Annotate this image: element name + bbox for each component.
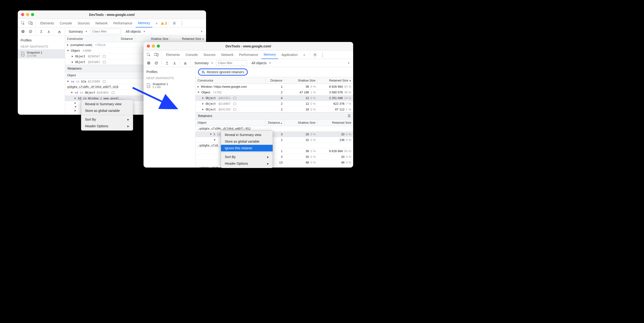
svg-line-7: [30, 31, 32, 33]
menu-lines-icon[interactable]: ☰: [348, 114, 351, 118]
table-row[interactable]: ,qddgKe,sTsDMc,dtl0hd,eHDfl:952: [196, 126, 353, 132]
tab-bar: Elements Console Sources Network Perform…: [144, 51, 353, 59]
snapshot-item[interactable]: Snapshot 1 13.6 MB: [18, 49, 65, 59]
element-icon: [103, 80, 106, 83]
table-row[interactable]: 13 480 % 480 %: [196, 160, 353, 165]
tab-memory[interactable]: Memory: [262, 51, 278, 59]
snapshot-name: Snapshot 1: [152, 82, 168, 86]
clear-icon[interactable]: [153, 60, 160, 66]
context-menu-left: Reveal in Summary view Store as global v…: [81, 100, 133, 131]
col-constructor[interactable]: Constructor: [65, 36, 114, 42]
table-row[interactable]: Window / https://www.google.com 1 360 % …: [196, 84, 353, 90]
col-distance[interactable]: Distance: [266, 77, 284, 84]
tab-elements[interactable]: Elements: [164, 51, 182, 59]
view-dropdown[interactable]: Summary: [192, 61, 215, 65]
col-object[interactable]: Object: [196, 119, 266, 126]
tab-network[interactable]: Network: [219, 51, 236, 59]
col-distance[interactable]: Distance: [266, 119, 284, 126]
settings-icon[interactable]: [171, 20, 178, 27]
col-distance[interactable]: Distance: [114, 36, 135, 42]
gc-icon[interactable]: [182, 60, 188, 66]
col-retained[interactable]: Retained Size ▼: [318, 77, 353, 84]
tab-performance[interactable]: Performance: [111, 19, 134, 28]
table-row[interactable]: Object @241763 2 160 % 87 1121 %: [196, 107, 353, 112]
tab-console[interactable]: Console: [183, 51, 200, 59]
tab-application[interactable]: Application: [279, 51, 300, 59]
memory-toolbar: Summary All objects ▼: [18, 28, 206, 36]
chevron-right-icon: ▸: [267, 162, 269, 165]
chevron-down-icon[interactable]: ▼: [200, 30, 203, 33]
col-shallow[interactable]: Shallow Size: [284, 77, 318, 84]
titlebar[interactable]: DevTools - www.google.com/: [18, 11, 206, 19]
menu-store[interactable]: Store as global variable: [81, 107, 133, 114]
kebab-menu-icon[interactable]: ⋮: [319, 52, 326, 58]
table-row[interactable]: 1 360 % 8 626 66493 %: [196, 148, 353, 154]
menu-sort[interactable]: Sort By▸: [221, 154, 272, 160]
more-tabs-icon[interactable]: »: [153, 20, 160, 27]
inspect-icon[interactable]: [146, 52, 152, 58]
tab-elements[interactable]: Elements: [38, 19, 56, 28]
menu-header-options[interactable]: Header Options▸: [81, 123, 133, 129]
upload-icon[interactable]: [38, 28, 44, 35]
more-tabs-icon[interactable]: »: [301, 52, 308, 58]
snapshot-name: Snapshot 1: [27, 51, 42, 54]
tab-network[interactable]: Network: [93, 19, 110, 28]
menu-store[interactable]: Store as global variable: [221, 138, 272, 145]
record-icon[interactable]: [20, 28, 26, 35]
table-row[interactable]: b in system / Context @? 3 200 % 200 %: [196, 132, 353, 137]
chevron-right-icon: ▸: [267, 155, 269, 159]
gc-icon[interactable]: [56, 28, 63, 35]
table-row[interactable]: Object @461651 4 120 % 2 251 04824 %: [196, 95, 353, 101]
chevron-right-icon: ▸: [128, 118, 129, 121]
class-filter-input[interactable]: [90, 29, 121, 34]
col-retained[interactable]: Retained Size ▼: [170, 36, 206, 42]
record-icon[interactable]: [146, 60, 152, 66]
col-shallow[interactable]: Shallow Size: [135, 36, 170, 42]
scope-dropdown[interactable]: All objects: [250, 61, 273, 65]
tab-memory[interactable]: Memory: [136, 19, 152, 28]
constructors-header: Constructor Distance Shallow Size Retain…: [65, 36, 206, 42]
menu-ignore-retainer[interactable]: Ignore this retainer: [221, 145, 272, 151]
restore-ignored-button[interactable]: Restore ignored retainers: [198, 69, 248, 76]
tab-console[interactable]: Console: [57, 19, 74, 28]
clear-icon[interactable]: [27, 28, 34, 35]
menu-reveal[interactable]: Reveal in Summary view: [221, 132, 272, 138]
titlebar[interactable]: DevTools - www.google.com/: [144, 42, 353, 51]
table-row[interactable]: ,qddgKe,sTsD..: [196, 165, 353, 168]
element-icon: [233, 108, 236, 111]
context-menu-right: Reveal in Summary view Store as global v…: [221, 130, 273, 168]
svg-point-13: [314, 54, 315, 55]
table-row[interactable]: 3 200 % 200 %: [196, 154, 353, 160]
settings-icon[interactable]: [312, 52, 318, 58]
table-row[interactable]: Object ×1782 2 47 1881 % 3 580 57639 %: [196, 90, 353, 95]
profiles-label: Profiles: [18, 38, 65, 43]
tab-performance[interactable]: Performance: [236, 51, 260, 59]
inspect-icon[interactable]: [20, 20, 26, 27]
svg-line-17: [155, 62, 157, 64]
col-retained[interactable]: Retained Size: [318, 119, 353, 126]
device-toggle-icon[interactable]: [153, 52, 160, 58]
heap-snapshots-label: HEAP SNAPSHOTS: [144, 75, 196, 81]
table-row[interactable]: ,qddgKe,sTsD..: [196, 143, 353, 148]
tab-sources[interactable]: Sources: [75, 19, 92, 28]
scope-dropdown[interactable]: All objects: [124, 30, 147, 34]
view-dropdown[interactable]: Summary: [67, 30, 89, 34]
col-constructor[interactable]: Constructor: [196, 77, 266, 84]
svg-point-5: [22, 31, 24, 32]
tab-sources[interactable]: Sources: [201, 51, 218, 59]
class-filter-input[interactable]: [216, 60, 247, 66]
kebab-menu-icon[interactable]: ⋮: [178, 20, 185, 27]
device-toggle-icon[interactable]: [27, 20, 34, 27]
menu-reveal[interactable]: Reveal in Summary view: [81, 101, 133, 107]
table-row[interactable]: 2 320 % 1360 %: [196, 137, 353, 143]
menu-sort[interactable]: Sort By▸: [81, 116, 133, 123]
download-icon[interactable]: [46, 28, 52, 35]
tab-bar: Elements Console Sources Network Perform…: [18, 19, 206, 28]
table-row[interactable]: Object @216867 2 120 % 622 3767 %: [196, 101, 353, 107]
warning-badge[interactable]: 2: [161, 21, 167, 25]
download-icon[interactable]: [171, 60, 178, 66]
chevron-down-icon[interactable]: ▼: [348, 62, 350, 64]
menu-header-options[interactable]: Header Options▸: [221, 160, 272, 167]
upload-icon[interactable]: [164, 60, 170, 66]
col-shallow[interactable]: Shallow Size: [284, 119, 318, 126]
